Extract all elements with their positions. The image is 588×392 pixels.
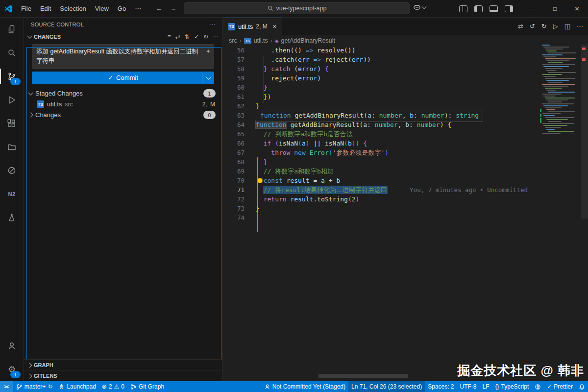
line-number[interactable]: 74 — [223, 213, 245, 222]
commit-message-input[interactable]: 添加 getAddBinaryResult 函数以支持数字相加并返回二进制字符串… — [32, 44, 214, 69]
more-menu-icon[interactable]: ⋯ — [130, 0, 146, 17]
breadcrumb-src[interactable]: src — [229, 37, 237, 44]
toggle-panel-icon[interactable] — [490, 5, 498, 12]
line-number[interactable]: 57 — [223, 55, 245, 64]
line-number[interactable]: 59 — [223, 74, 245, 83]
code-line[interactable]: 56 .then(() => resolve()) — [223, 46, 588, 55]
launchpad-item[interactable]: Launchpad — [55, 381, 98, 392]
back-icon[interactable]: ← — [156, 5, 162, 12]
menu-edit[interactable]: Edit — [36, 0, 55, 17]
remote-indicator[interactable]: >< — [0, 381, 13, 392]
close-window-button[interactable]: ✕ — [566, 0, 588, 17]
staged-changes-row[interactable]: Staged Changes 1 — [24, 88, 222, 99]
maximize-button[interactable]: □ — [544, 0, 566, 17]
code-line[interactable]: 60 } — [223, 83, 588, 92]
n2-extension-icon[interactable]: N2 — [0, 182, 24, 206]
commit-check-icon[interactable]: ✓ — [194, 33, 199, 40]
circle-slash-icon[interactable] — [0, 159, 24, 182]
problems-item[interactable]: ⊗ 2 ⚠ 0 — [99, 381, 127, 392]
line-number[interactable]: 60 — [223, 83, 245, 92]
changes-more-icon[interactable]: ⋯ — [213, 33, 219, 40]
line-number[interactable]: 58 — [223, 64, 245, 74]
code-line[interactable]: 58 } catch (error) { — [223, 64, 588, 74]
split-editor-icon[interactable]: ◫ — [564, 23, 570, 30]
refresh-icon[interactable]: ↻ — [203, 33, 208, 40]
toggle-secondary-sidebar-icon[interactable] — [505, 5, 513, 12]
code-line[interactable]: 70 const result = a + b — [223, 176, 588, 185]
code-line[interactable]: 69 // 将数字a和数字b相加 — [223, 167, 588, 176]
menu-go[interactable]: Go — [113, 0, 130, 17]
code-line[interactable]: 71 // 将result结果转化为二进制字符并返回You, 7 minutes… — [223, 185, 588, 195]
language-mode-item[interactable]: {} TypeScript — [492, 381, 532, 392]
extensions-icon[interactable] — [0, 112, 24, 135]
lightbulb-icon[interactable] — [257, 178, 263, 183]
code-line[interactable]: 67 throw new Error('参数必须是数字') — [223, 148, 588, 157]
encoding-item[interactable]: UTF-8 — [457, 381, 480, 392]
flask-icon[interactable] — [0, 206, 24, 229]
account-icon[interactable] — [0, 334, 24, 358]
eol-item[interactable]: LF — [480, 381, 492, 392]
line-number[interactable]: 63 — [223, 111, 245, 120]
code-line[interactable]: 66 if (isNaN(a) || isNaN(b)) { — [223, 139, 588, 148]
code-line[interactable]: 57 .catch(err => reject(err)) — [223, 55, 588, 64]
commit-button[interactable]: ✓ Commit — [32, 72, 214, 84]
tab-util-ts[interactable]: TS util.ts 2, M ✕ — [223, 18, 282, 35]
code-area[interactable]: 56 .then(() => resolve())57 .catch(err =… — [223, 46, 588, 381]
horizontal-scrollbar[interactable] — [318, 374, 408, 378]
editor-more-actions-icon[interactable]: ⋯ — [577, 23, 583, 30]
graph-section-header[interactable]: GRAPH — [24, 359, 222, 370]
forward-icon[interactable]: → — [170, 5, 176, 12]
line-number[interactable]: 69 — [223, 167, 245, 176]
menu-selection[interactable]: Selection — [55, 0, 90, 17]
line-number[interactable]: 68 — [223, 157, 245, 167]
line-number[interactable]: 62 — [223, 101, 245, 111]
settings-gear-icon[interactable]: ⚙ 1 — [0, 358, 24, 381]
toggle-primary-sidebar-icon[interactable] — [474, 5, 483, 12]
customize-layout-icon[interactable] — [459, 5, 467, 12]
compare-icon[interactable]: ⇄ — [175, 33, 180, 40]
line-number[interactable]: 70 — [223, 176, 245, 185]
folder-icon[interactable] — [0, 135, 24, 159]
commit-dropdown[interactable] — [202, 72, 214, 84]
line-number[interactable]: 73 — [223, 204, 245, 213]
code-line[interactable]: 61 }) — [223, 92, 588, 101]
changes-section-header[interactable]: CHANGES ≡ ⇄ ⇅ ✓ ↻ ⋯ — [24, 31, 222, 42]
prettier-item[interactable]: ✓ Prettier — [544, 381, 576, 392]
previous-change-icon[interactable]: ↺ — [530, 23, 535, 30]
line-number[interactable]: 67 — [223, 148, 245, 157]
gitlens-section-header[interactable]: GITLENS — [24, 370, 222, 381]
line-number[interactable]: 72 — [223, 195, 245, 204]
compare-changes-icon[interactable]: ⇄ — [518, 23, 523, 30]
next-change-icon[interactable]: ↻ — [541, 23, 547, 30]
indentation-item[interactable]: Spaces: 2 — [425, 381, 457, 392]
line-number[interactable]: 66 — [223, 139, 245, 148]
command-center-search[interactable]: vue-typescript-app — [184, 2, 410, 14]
cursor-position-item[interactable]: Ln 71, Col 26 (23 selected) — [348, 381, 425, 392]
git-graph-item[interactable]: Git Graph — [127, 381, 167, 392]
blame-status-item[interactable]: Not Committed Yet (Staged) — [261, 381, 348, 392]
breadcrumb-symbol[interactable]: getAddBinaryResult — [281, 37, 335, 44]
search-sidebar-icon[interactable] — [0, 41, 24, 65]
line-number[interactable]: 56 — [223, 46, 245, 55]
code-line[interactable]: 59 reject(error) — [223, 74, 588, 83]
line-number[interactable]: 71 — [223, 185, 245, 195]
view-as-list-icon[interactable]: ≡ — [168, 33, 171, 40]
generate-commit-message-icon[interactable]: ✦ — [206, 47, 211, 56]
notifications-item[interactable] — [576, 381, 588, 392]
close-tab-icon[interactable]: ✕ — [272, 24, 277, 30]
sidebar-more-icon[interactable]: ⋯ — [210, 21, 216, 27]
run-file-icon[interactable]: ▷ — [553, 23, 558, 30]
minimap[interactable] — [540, 45, 582, 150]
line-number[interactable]: 65 — [223, 129, 245, 139]
vertical-scrollbar[interactable] — [581, 45, 588, 219]
copilot-menu[interactable] — [413, 3, 426, 11]
run-debug-icon[interactable] — [0, 88, 24, 112]
code-line[interactable]: 73} — [223, 204, 588, 213]
code-line[interactable]: 65 // 判断数字a和数字b是否合法 — [223, 129, 588, 139]
stage-all-icon[interactable]: ⇅ — [185, 33, 190, 40]
menu-view[interactable]: View — [91, 0, 113, 17]
breadcrumb-file[interactable]: util.ts — [254, 37, 268, 44]
staged-file-row[interactable]: TS util.ts src 2, M — [24, 99, 222, 110]
code-line[interactable]: 72 return result.toString(2) — [223, 195, 588, 204]
branch-status-item[interactable]: master+ ↻ — [13, 381, 56, 392]
